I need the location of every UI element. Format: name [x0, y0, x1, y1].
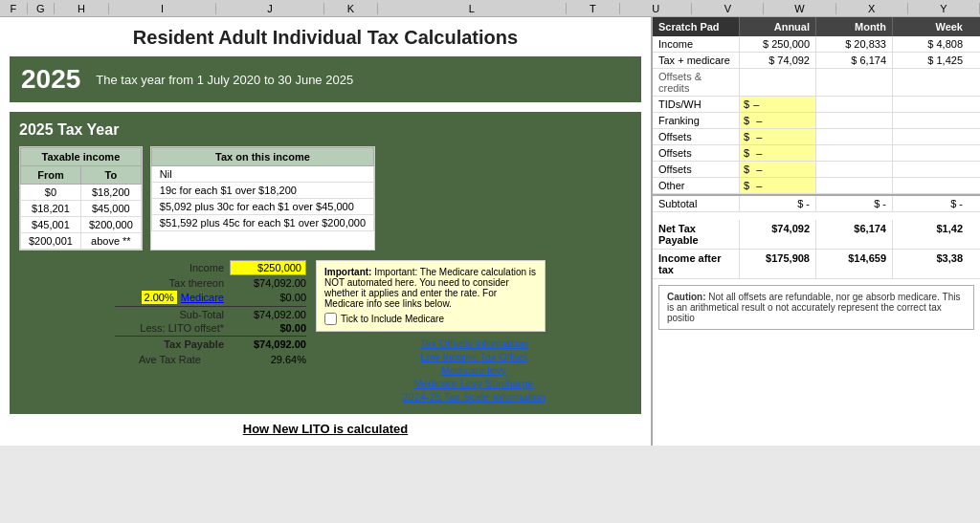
tax-thereon-row: Tax thereon $74,092.00: [19, 277, 306, 289]
table-row: Nil: [151, 166, 373, 183]
tax-on-income-table: Tax on this income Nil 19c for each $1 o…: [150, 146, 375, 251]
tax-scale-link[interactable]: 2024-25 Tax Scale Information: [316, 391, 632, 403]
taxable-income-table: Taxable income From To $0 $18,200: [19, 146, 143, 251]
income-annual: $ 250,000: [739, 36, 815, 52]
from-header: From: [21, 166, 81, 185]
col-y: Y: [908, 3, 980, 14]
from-cell: $200,001: [21, 233, 81, 250]
income-month: $ 20,833: [815, 36, 892, 52]
dollar-sign: $: [744, 180, 749, 191]
dollar-sign: $: [744, 147, 749, 159]
tax-week: $ 1,425: [892, 53, 969, 68]
low-income-link[interactable]: Low Income Tax Offset: [316, 351, 632, 362]
tids-row: TIDs/WH $ –: [653, 97, 980, 113]
main-content: Resident Adult Individual Tax Calculatio…: [0, 17, 980, 446]
income-label: Income: [189, 262, 224, 273]
offsets-credits-row: Offsets & credits: [653, 69, 980, 97]
tax-cell: $5,092 plus 30c for each $1 over $45,000: [151, 199, 373, 215]
table-row: $51,592 plus 45c for each $1 over $200,0…: [151, 215, 373, 231]
divider: [115, 306, 306, 307]
lito-row: Less: LITO offset* $0.00: [19, 322, 306, 334]
offsets1-label: Offsets: [653, 129, 739, 144]
important-label: Important:: [324, 267, 374, 277]
offsets3-label: Offsets: [653, 162, 739, 177]
tax-medicare-row: Tax + medicare $ 74,092 $ 6,174 $ 1,425: [653, 53, 980, 69]
tax-payable-row: Tax Payable $74,092.00: [19, 338, 306, 350]
offsets-credits-label: Offsets & credits: [653, 69, 739, 96]
checkbox-label: Tick to Include Medicare: [341, 314, 444, 324]
other-label: Other: [653, 178, 739, 193]
medicare-link[interactable]: Medicare: [181, 292, 224, 303]
subtotal-annual: $ -: [739, 196, 815, 211]
col-t: T: [567, 3, 621, 14]
offsets3-row: Offsets $ –: [653, 162, 980, 178]
right-calc-section: Important: Important: The Medicare calcu…: [316, 260, 632, 404]
tax-medicare-label: Tax + medicare: [653, 53, 739, 68]
medicare-row: 2.00% Medicare $0.00: [19, 291, 306, 304]
tax-thereon-label: Tax thereon: [169, 277, 224, 289]
important-box: Important: Important: The Medicare calcu…: [316, 260, 546, 332]
dollar-sign: $: [744, 115, 749, 126]
how-lito[interactable]: How New LITO is calculated: [10, 422, 641, 436]
subtotal-sp-label: Subtotal: [653, 196, 739, 211]
other-cell: $ –: [739, 178, 815, 193]
medicare-checkbox[interactable]: [324, 313, 337, 325]
table-row: $200,001 above **: [21, 233, 142, 250]
tax-payable-value: $74,092.00: [230, 338, 306, 350]
subtotal-row: Sub-Total $74,092.00: [19, 309, 306, 320]
income-after-annual: $175,908: [739, 250, 815, 278]
net-tax-row: Net Tax Payable $74,092 $6,174 $1,42: [653, 220, 980, 250]
tax-annual: $ 74,092: [739, 53, 815, 68]
to-cell: $200,000: [80, 217, 141, 233]
dollar-sign: $: [744, 163, 749, 175]
ave-tax-row: Ave Tax Rate 29.64%: [19, 354, 306, 365]
income-sp-row: Income $ 250,000 $ 20,833 $ 4,808: [653, 36, 980, 53]
caution-label: Caution:: [667, 292, 708, 302]
scratch-pad-title: Scratch Pad: [653, 17, 739, 36]
left-panel: Resident Adult Individual Tax Calculatio…: [0, 17, 651, 446]
income-after-month: $14,659: [815, 250, 892, 278]
net-tax-annual: $74,092: [739, 220, 815, 249]
tables-row: Taxable income From To $0 $18,200: [19, 146, 632, 251]
tax-offsets-link[interactable]: Tax Offsets Information: [316, 338, 632, 349]
other-row: Other $ –: [653, 178, 980, 194]
income-after-tax-label: Income after tax: [653, 250, 739, 278]
scratch-pad-header: Scratch Pad Annual Month Week: [653, 17, 980, 36]
dollar-sign: $: [744, 98, 749, 110]
from-cell: $18,201: [21, 201, 81, 217]
ave-tax-label: Ave Tax Rate: [139, 354, 201, 365]
offsets1-row: Offsets $ –: [653, 129, 980, 145]
to-cell: $45,000: [80, 201, 141, 217]
tids-label: TIDs/WH: [653, 97, 739, 112]
to-header: To: [80, 166, 141, 185]
offsets2-cell: $ –: [739, 145, 815, 161]
net-tax-month: $6,174: [815, 220, 892, 249]
income-value[interactable]: $250,000: [230, 260, 306, 275]
medicare-surcharge-link[interactable]: Medicare Levy Surcharge: [316, 378, 632, 389]
table-row: $0 $18,200: [21, 185, 142, 201]
col-h: H: [55, 3, 109, 14]
year-header: 2025 The tax year from 1 July 2020 to 30…: [10, 56, 641, 102]
income-week: $ 4,808: [892, 36, 969, 52]
other-dash: –: [756, 180, 762, 191]
offsets3-cell: $ –: [739, 162, 815, 177]
lito-label: Less: LITO offset*: [140, 322, 224, 334]
medicare-value: $0.00: [230, 292, 306, 303]
year-subtitle: The tax year from 1 July 2020 to 30 June…: [96, 73, 353, 87]
medicare-pct[interactable]: 2.00%: [142, 291, 177, 304]
col-x: X: [836, 3, 908, 14]
offsets2-label: Offsets: [653, 145, 739, 161]
ave-tax-value: 29.64%: [230, 354, 306, 365]
tids-annual-cell: $ –: [739, 97, 815, 112]
subtotal-month: $ -: [815, 196, 892, 211]
tax-cell: 19c for each $1 over $18,200: [151, 183, 373, 199]
col-g: G: [28, 3, 56, 14]
offsets1-dash: –: [756, 131, 762, 142]
tax-payable-label: Tax Payable: [164, 338, 224, 350]
month-header: Month: [815, 17, 892, 36]
medicare-levy-link[interactable]: Medicare levy: [316, 364, 632, 376]
spacer: [653, 212, 980, 220]
tax-on-income-header: Tax on this income: [151, 148, 373, 166]
subtotal-label: Sub-Total: [180, 309, 224, 320]
col-f: F: [0, 3, 28, 14]
